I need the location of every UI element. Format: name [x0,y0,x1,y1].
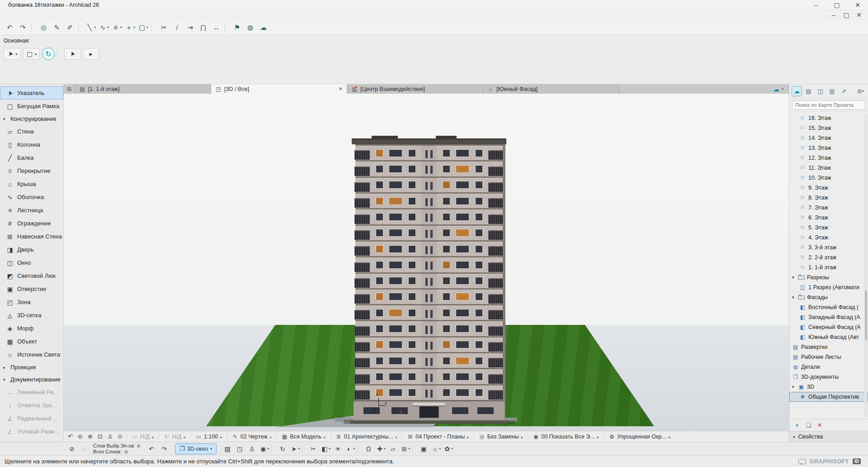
expand-chevron-icon[interactable] [669,434,671,440]
snap-magnet-button[interactable] [363,443,374,454]
issue-manager-button[interactable] [244,22,256,33]
selection-presets-combo[interactable] [4,48,21,60]
section-arrow-icon[interactable]: ▾ [3,377,7,382]
snap-points-dropdown[interactable] [124,22,136,33]
project-chooser-button[interactable] [792,86,802,96]
toolbox-item[interactable]: Колонна [0,138,63,151]
tree-scrollbar[interactable] [864,114,868,417]
find-select-button[interactable] [38,22,50,33]
graphisoft-id-badge[interactable]: ID [853,458,861,464]
line-options-dropdown[interactable] [85,22,97,33]
tree-item[interactable]: ▾ 3D [789,382,868,392]
toolbox-item[interactable]: Отметка Уро... [0,399,63,412]
tree-item[interactable]: Общая Перспектив [789,392,868,402]
toolbox-item[interactable]: Лестница [0,204,63,217]
orbit-mode-button[interactable] [277,443,288,454]
toolbox-item[interactable]: Стена [0,125,63,138]
expand-chevron-icon[interactable] [220,434,222,440]
snap-grid-button[interactable] [399,443,411,454]
tree-item[interactable]: Южный Фасад (Авт [789,332,868,342]
solo-layer-button[interactable] [79,443,90,454]
scrollbar-thumb[interactable] [865,290,867,340]
intersect-button[interactable] [197,22,209,33]
toolbox-item[interactable]: Окно [0,256,63,269]
menu-item[interactable] [3,14,11,16]
split-button[interactable] [171,22,183,33]
toolbox-item[interactable]: Дверь [0,243,63,256]
tree-item[interactable]: Развертки [789,342,868,352]
expand-chevron-icon[interactable] [324,434,326,440]
tree-item[interactable]: Рабочие Листы [789,352,868,362]
expand-chevron-icon[interactable] [521,434,524,440]
feedback-chat-icon[interactable] [798,459,806,464]
menu-item[interactable] [60,14,68,16]
shadows-button[interactable] [344,443,356,454]
visualization-button[interactable] [271,444,275,453]
3d-viewport[interactable]: z x y [64,94,789,431]
toolbar-button[interactable] [225,23,229,32]
expand-chevron-icon[interactable] [184,434,186,440]
doc-restore-button[interactable] [840,11,853,19]
menu-item[interactable] [43,14,52,16]
toolbar-button[interactable] [151,23,156,32]
tree-item[interactable]: Восточный Фасад ( [789,302,868,312]
3d-window-button[interactable]: 3D-окно [175,443,217,454]
tab-first-floor[interactable]: [1. 1-й этаж] [75,84,211,94]
search-input[interactable] [792,100,865,110]
scale-dropdown[interactable]: 1:100 [190,433,227,441]
tree-item[interactable]: 4. Этаж [789,233,868,243]
zoom-out-button[interactable] [75,432,85,441]
sun-button[interactable] [332,443,344,454]
toolbox-item[interactable]: Световой Люк [0,269,63,282]
layer-combination-dropdown[interactable]: 01 Архитектурны... [330,433,402,441]
expand-arrow-icon[interactable]: ▾ [792,295,796,300]
tree-item[interactable]: ▾ Разрезы [789,272,868,282]
environment-button[interactable] [442,443,454,454]
walk-button[interactable] [246,443,258,454]
view-map-button[interactable] [815,86,826,96]
pick-up-parameters-button[interactable] [51,22,63,33]
expand-chevron-icon[interactable] [152,434,154,440]
toolbox-item[interactable]: Указатель [0,86,63,100]
pointer-tool-chevron[interactable] [83,48,99,60]
expand-arrow-icon[interactable]: ▾ [792,275,796,280]
cutting-planes-button[interactable] [307,443,319,454]
menu-item[interactable] [27,14,35,16]
navigator-options-button[interactable] [855,86,866,96]
undo-button[interactable] [4,22,16,33]
3d-style-dropdown[interactable]: Упрощенная Окр... [604,433,675,441]
layers-quick-button[interactable] [66,443,78,454]
visualization-button[interactable] [412,444,416,453]
trim-button[interactable] [158,22,170,33]
layer-toggle-icon[interactable] [123,449,129,455]
marquee-options-dropdown[interactable] [137,22,149,33]
expand-chevron-icon[interactable] [396,434,398,440]
fit-in-window-button[interactable] [95,432,105,441]
visualization-button[interactable] [302,444,306,453]
previous-view-button[interactable] [146,443,157,454]
explore-button[interactable] [289,443,301,454]
adjust-button[interactable] [184,22,196,33]
menu-item[interactable] [19,14,27,16]
toolbox-item[interactable]: Угловой Разм... [0,425,63,438]
expand-chevron-icon[interactable] [597,434,599,440]
axonometry-button[interactable] [234,443,245,454]
properties-panel-header[interactable]: ▸ Свойства [789,431,868,442]
section-arrow-icon[interactable]: ▸ [3,365,7,370]
tree-item[interactable]: 14. Этаж [789,133,868,143]
toolbox-item[interactable]: ▾ Документирование [0,373,63,386]
look-around-button[interactable] [258,443,270,454]
marquee-presets-combo[interactable] [23,48,40,60]
orbit-button[interactable] [42,48,55,60]
redo-button[interactable] [17,22,29,33]
dimension-style-dropdown[interactable]: 04 Проект - Планы [402,433,473,441]
toolbar-button[interactable] [31,23,35,32]
navigator-new-button[interactable] [793,421,802,430]
toolbox-item[interactable]: Зона [0,295,63,309]
tree-item[interactable]: 3. 3-й этаж [789,243,868,253]
layout-scale-dropdown[interactable]: Н/Д [127,433,159,441]
tab-close-icon[interactable] [339,86,343,92]
menu-item[interactable] [68,14,76,16]
tree-item[interactable]: 6. Этаж [789,213,868,223]
renovation-filter-dropdown[interactable]: 00 Показать Все Э... [528,433,604,441]
